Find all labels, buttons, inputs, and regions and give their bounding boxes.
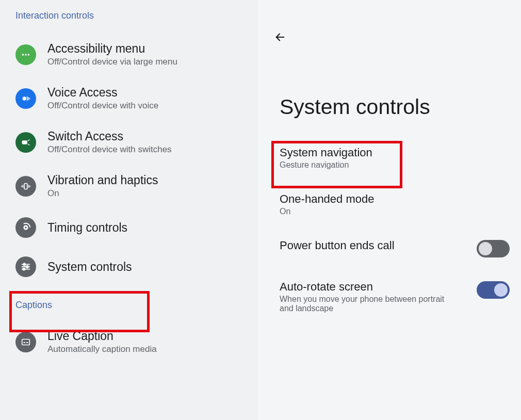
item-vibration-haptics[interactable]: Vibration and haptics On (0, 164, 258, 208)
item-title: Live Caption (47, 329, 157, 343)
item-sub: On (47, 188, 158, 199)
item-title: Vibration and haptics (47, 173, 158, 187)
voice-access-icon (15, 88, 36, 109)
switch-auto-rotate[interactable] (477, 281, 510, 299)
setting-title: One-handed mode (280, 192, 374, 206)
timing-icon (15, 217, 36, 238)
item-live-caption[interactable]: Live Caption Automatically caption media (0, 320, 258, 364)
item-text: Accessibility menu Off/Control device vi… (47, 42, 177, 67)
svg-point-7 (25, 227, 27, 229)
row-system-navigation[interactable]: System navigation Gesture navigation (258, 135, 521, 181)
item-title: Voice Access (47, 86, 158, 100)
svg-point-10 (23, 268, 25, 270)
svg-point-3 (23, 96, 26, 100)
setting-title: System navigation (280, 146, 372, 159)
svg-point-9 (26, 266, 28, 268)
item-voice-access[interactable]: Voice Access Off/Control device with voi… (0, 76, 258, 120)
setting-title: Power button ends call (280, 239, 395, 252)
item-title: Accessibility menu (47, 42, 177, 56)
item-text: Vibration and haptics On (47, 173, 158, 199)
item-system-controls[interactable]: System controls (0, 247, 258, 286)
row-auto-rotate[interactable]: Auto-rotate screen When you move your ph… (258, 269, 521, 325)
item-sub: Off/Control device via large menu (47, 57, 177, 67)
setting-text: System navigation Gesture navigation (280, 146, 372, 170)
item-text: Switch Access Off/Control device with sw… (47, 130, 172, 155)
back-arrow-icon[interactable] (274, 30, 286, 46)
svg-rect-4 (22, 140, 27, 144)
setting-title: Auto-rotate screen (280, 280, 445, 294)
caption-icon (15, 332, 36, 352)
more-horizontal-icon (15, 44, 36, 65)
right-pane: System controls System navigation Gestur… (258, 0, 521, 420)
vibration-icon (15, 176, 36, 197)
svg-point-8 (23, 263, 25, 265)
item-text: Voice Access Off/Control device with voi… (47, 86, 158, 111)
setting-sub: On (280, 207, 374, 216)
item-timing-controls[interactable]: Timing controls (0, 208, 258, 247)
item-text: Live Caption Automatically caption media (47, 329, 157, 354)
switch-power-button[interactable] (477, 240, 510, 257)
left-pane: Interaction controls Accessibility menu … (0, 0, 258, 420)
setting-text: Auto-rotate screen When you move your ph… (280, 280, 445, 313)
setting-sub: Gesture navigation (280, 160, 372, 170)
item-text: Timing controls (47, 221, 127, 235)
item-title: Timing controls (47, 221, 127, 235)
item-text: System controls (47, 260, 132, 274)
item-sub: Off/Control device with voice (47, 101, 158, 111)
setting-text: One-handed mode On (280, 192, 374, 216)
section-interaction-controls: Interaction controls (0, 10, 258, 33)
item-title: System controls (47, 260, 132, 274)
tune-icon (15, 256, 36, 277)
svg-point-2 (28, 54, 30, 56)
row-one-handed-mode[interactable]: One-handed mode On (258, 181, 521, 228)
item-switch-access[interactable]: Switch Access Off/Control device with sw… (0, 120, 258, 164)
item-sub: Automatically caption media (47, 344, 157, 354)
item-accessibility-menu[interactable]: Accessibility menu Off/Control device vi… (0, 33, 258, 76)
page-title: System controls (258, 26, 521, 135)
row-power-button-ends-call[interactable]: Power button ends call (258, 228, 521, 269)
svg-point-1 (25, 54, 27, 56)
svg-rect-5 (24, 183, 27, 189)
item-sub: Off/Control device with switches (47, 144, 172, 155)
switch-access-icon (15, 132, 36, 153)
svg-rect-11 (22, 339, 30, 345)
setting-text: Power button ends call (280, 239, 395, 252)
svg-point-0 (22, 54, 24, 56)
setting-sub: When you move your phone between portrai… (280, 295, 445, 313)
section-captions: Captions (0, 286, 258, 320)
item-title: Switch Access (47, 130, 172, 143)
